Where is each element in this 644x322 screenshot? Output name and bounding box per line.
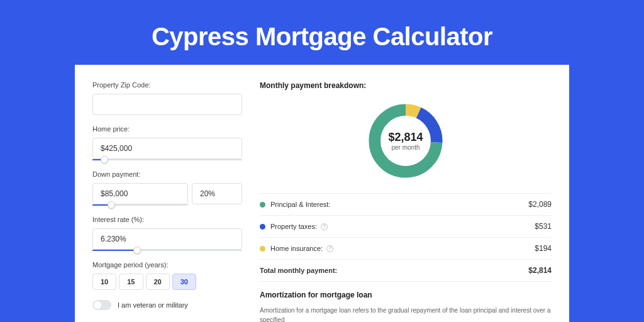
legend-value-insurance: $194	[535, 244, 552, 253]
period-option-10[interactable]: 10	[92, 274, 116, 290]
zip-field: Property Zip Code:	[92, 81, 242, 115]
legend-dot-taxes	[260, 224, 265, 230]
legend-label-insurance: Home insurance:	[270, 245, 323, 252]
price-slider-thumb[interactable]	[101, 156, 108, 164]
down-slider-thumb[interactable]	[108, 201, 115, 209]
legend-row-total: Total monthly payment: $2,814	[260, 260, 552, 282]
veteran-row: I am veteran or military	[92, 300, 242, 310]
legend-value-total: $2,814	[528, 266, 552, 275]
down-label: Down payment:	[92, 170, 242, 178]
rate-slider[interactable]	[92, 250, 242, 251]
rate-label: Interest rate (%):	[92, 216, 242, 223]
amortization-body: Amortization for a mortgage loan refers …	[260, 306, 552, 322]
legend-row-principal: Principal & Interest: $2,089	[260, 194, 552, 216]
info-icon[interactable]: ?	[321, 223, 328, 230]
results-column: Monthly payment breakdown: $2,814 per mo…	[260, 81, 552, 322]
zip-input[interactable]	[92, 94, 242, 115]
donut-center-amount: $2,814	[388, 131, 423, 144]
legend-label-principal: Principal & Interest:	[270, 201, 528, 208]
rate-field: Interest rate (%):	[92, 216, 242, 251]
page-title: Cypress Mortgage Calculator	[0, 23, 644, 51]
info-icon[interactable]: ?	[326, 245, 333, 252]
legend-row-insurance: Home insurance: ? $194	[260, 238, 552, 260]
down-amount-input[interactable]	[92, 183, 188, 204]
price-slider[interactable]	[92, 159, 242, 160]
legend-value-taxes: $531	[535, 222, 552, 231]
down-percent-input[interactable]	[192, 183, 242, 204]
period-option-20[interactable]: 20	[146, 274, 170, 290]
period-label: Mortgage period (years):	[92, 261, 242, 269]
price-label: Home price:	[92, 125, 242, 133]
period-field: Mortgage period (years): 10 15 20 30	[92, 261, 242, 290]
legend-dot-insurance	[260, 246, 265, 252]
price-input[interactable]	[92, 138, 242, 159]
inputs-column: Property Zip Code: Home price: Down paym…	[92, 81, 242, 322]
legend-value-principal: $2,089	[528, 200, 552, 209]
breakdown-heading: Monthly payment breakdown:	[260, 81, 552, 90]
price-field: Home price:	[92, 125, 242, 160]
donut-center-sub: per month	[391, 144, 419, 151]
amortization-heading: Amortization for mortgage loan	[260, 291, 552, 299]
legend-label-total: Total monthly payment:	[260, 267, 528, 274]
legend-label-taxes: Property taxes:	[270, 223, 317, 230]
calculator-card: Property Zip Code: Home price: Down paym…	[75, 65, 569, 322]
rate-input[interactable]	[92, 228, 242, 250]
veteran-toggle[interactable]	[92, 300, 111, 310]
veteran-label: I am veteran or military	[118, 301, 188, 309]
legend: Principal & Interest: $2,089 Property ta…	[260, 193, 552, 282]
donut-chart: $2,814 per month	[260, 96, 552, 193]
period-option-30[interactable]: 30	[172, 274, 196, 290]
down-field: Down payment:	[92, 170, 242, 206]
legend-row-taxes: Property taxes: ? $531	[260, 216, 552, 238]
amortization-section: Amortization for mortgage loan Amortizat…	[260, 291, 552, 322]
period-option-15[interactable]: 15	[119, 274, 143, 290]
rate-slider-thumb[interactable]	[133, 247, 141, 254]
down-slider[interactable]	[92, 204, 188, 206]
period-chips: 10 15 20 30	[92, 274, 242, 290]
zip-label: Property Zip Code:	[92, 81, 242, 89]
legend-dot-principal	[260, 202, 265, 208]
